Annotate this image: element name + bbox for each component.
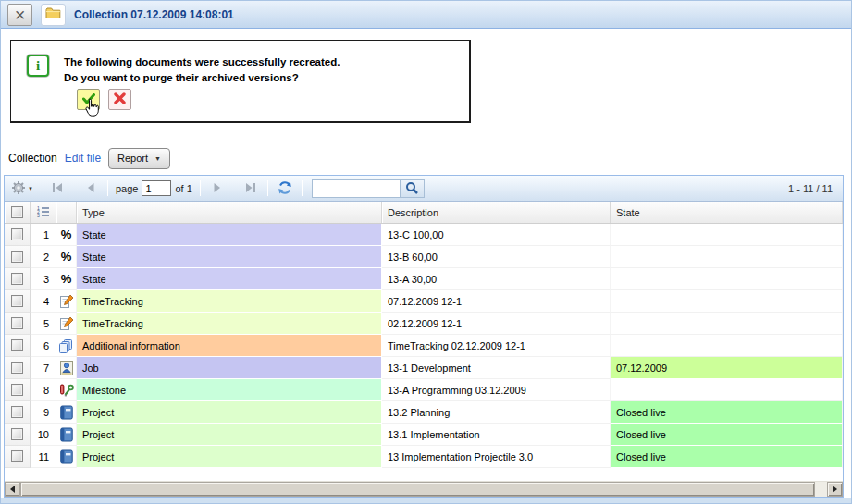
- cell-type[interactable]: State: [77, 224, 382, 246]
- cell-type[interactable]: Project: [77, 401, 382, 424]
- cell-state[interactable]: 07.12.2009: [611, 357, 843, 379]
- cell-description[interactable]: 13-A 30,00: [382, 268, 611, 290]
- table-row[interactable]: 2%State13-B 60,00: [5, 246, 843, 268]
- select-all-checkbox[interactable]: [11, 206, 23, 218]
- row-checkbox-cell[interactable]: [5, 335, 31, 357]
- row-numberer-header: 123: [31, 202, 56, 223]
- edit-file-link[interactable]: Edit file: [65, 152, 101, 165]
- refresh-button[interactable]: [276, 179, 294, 198]
- cell-state[interactable]: Closed live: [611, 401, 843, 424]
- folder-button[interactable]: [41, 4, 66, 26]
- table-row[interactable]: 11Project13 Implementation Projectile 3.…: [5, 446, 843, 468]
- cell-type[interactable]: Milestone: [77, 379, 382, 401]
- row-number: 3: [31, 268, 56, 290]
- last-page-button[interactable]: [241, 179, 260, 198]
- cell-state[interactable]: [611, 224, 843, 246]
- column-header-state[interactable]: State: [611, 202, 843, 223]
- select-all-header[interactable]: [5, 202, 31, 223]
- row-checkbox[interactable]: [11, 317, 23, 329]
- cell-description[interactable]: TimeTracking 02.12.2009 12-1: [382, 335, 611, 357]
- scroll-right-button[interactable]: [827, 482, 843, 497]
- cell-type[interactable]: Project: [77, 424, 382, 446]
- row-checkbox-cell[interactable]: [5, 446, 31, 468]
- column-header-type[interactable]: Type: [77, 202, 382, 223]
- row-checkbox-cell[interactable]: [5, 424, 31, 446]
- row-checkbox-cell[interactable]: [5, 357, 31, 379]
- cell-type[interactable]: State: [77, 246, 382, 268]
- cell-type[interactable]: TimeTracking: [77, 290, 382, 313]
- row-checkbox-cell[interactable]: [5, 401, 31, 424]
- cell-description[interactable]: 13-B 60,00: [382, 246, 611, 268]
- row-checkbox[interactable]: [11, 406, 23, 418]
- scroll-left-icon: [10, 486, 15, 493]
- row-checkbox[interactable]: [11, 273, 23, 285]
- scrollbar-thumb[interactable]: [20, 482, 815, 497]
- cell-state[interactable]: [611, 335, 843, 357]
- cell-description[interactable]: 13-C 100,00: [382, 224, 611, 246]
- first-page-button[interactable]: [48, 179, 67, 198]
- cell-state[interactable]: [611, 268, 843, 290]
- cell-state[interactable]: [611, 246, 843, 268]
- cell-description[interactable]: 13 Implementation Projectile 3.0: [382, 446, 611, 468]
- row-checkbox-cell[interactable]: [5, 224, 31, 246]
- search-input[interactable]: [313, 180, 400, 197]
- row-checkbox-cell[interactable]: [5, 379, 31, 401]
- row-checkbox-cell[interactable]: [5, 268, 31, 290]
- cell-type[interactable]: Job: [77, 357, 382, 379]
- window-title: Collection 07.12.2009 14:08:01: [74, 8, 234, 21]
- row-checkbox[interactable]: [11, 295, 23, 307]
- settings-gear-button[interactable]: ▼: [11, 179, 33, 198]
- table-row[interactable]: 9Project13.2 PlanningClosed live: [5, 401, 843, 424]
- cell-state[interactable]: [611, 379, 843, 401]
- toolbar-separator: [267, 180, 268, 196]
- row-checkbox[interactable]: [11, 362, 23, 374]
- cell-type[interactable]: State: [77, 268, 382, 290]
- folder-icon: [45, 6, 61, 23]
- cell-state[interactable]: Closed live: [611, 424, 843, 446]
- next-page-button[interactable]: [208, 179, 227, 198]
- table-row[interactable]: 1%State13-C 100,00: [5, 224, 843, 246]
- cell-type[interactable]: TimeTracking: [77, 313, 382, 335]
- scroll-left-button[interactable]: [5, 482, 20, 497]
- yes-button[interactable]: [77, 89, 100, 110]
- row-checkbox-cell[interactable]: [5, 246, 31, 268]
- cell-type[interactable]: Additional information: [77, 335, 382, 357]
- cell-description[interactable]: 13.2 Planning: [382, 401, 611, 424]
- hand-cursor: [84, 98, 101, 123]
- table-row[interactable]: 7Job13-1 Development07.12.2009: [5, 357, 843, 379]
- cell-description[interactable]: 13.1 Implementation: [382, 424, 611, 446]
- row-checkbox-cell[interactable]: [5, 313, 31, 335]
- search-button[interactable]: [400, 180, 424, 197]
- close-button[interactable]: ×: [7, 4, 32, 26]
- cell-state[interactable]: [611, 313, 843, 335]
- cell-state[interactable]: Closed live: [611, 446, 843, 468]
- table-row[interactable]: 4TimeTracking07.12.2009 12-1: [5, 290, 843, 313]
- cell-state[interactable]: [611, 290, 843, 313]
- table-row[interactable]: 3%State13-A 30,00: [5, 268, 843, 290]
- cell-description[interactable]: 13-1 Development: [382, 357, 611, 379]
- cell-description[interactable]: 07.12.2009 12-1: [382, 290, 611, 313]
- cell-description[interactable]: 02.12.2009 12-1: [382, 313, 611, 335]
- row-checkbox[interactable]: [11, 339, 23, 351]
- row-checkbox-cell[interactable]: [5, 290, 31, 313]
- row-checkbox[interactable]: [11, 251, 23, 263]
- row-checkbox[interactable]: [11, 228, 23, 240]
- no-button[interactable]: [108, 89, 131, 110]
- table-row[interactable]: 8Milestone13-A Programming 03.12.2009: [5, 379, 843, 401]
- table-row[interactable]: 5TimeTracking02.12.2009 12-1: [5, 313, 843, 335]
- horizontal-scrollbar[interactable]: [5, 481, 843, 497]
- prev-page-button[interactable]: [81, 179, 100, 198]
- page-input[interactable]: [142, 180, 171, 196]
- row-checkbox[interactable]: [11, 428, 23, 440]
- report-dropdown-button[interactable]: Report ▼: [108, 148, 170, 169]
- grid-toolbar: ▼ page of 1: [5, 176, 843, 202]
- row-checkbox[interactable]: [11, 450, 23, 462]
- column-header-description[interactable]: Description: [382, 202, 611, 223]
- cell-type[interactable]: Project: [77, 446, 382, 468]
- next-page-icon: [211, 181, 224, 196]
- row-checkbox[interactable]: [11, 384, 23, 396]
- table-row[interactable]: 6Additional informationTimeTracking 02.1…: [5, 335, 843, 357]
- cell-description[interactable]: 13-A Programming 03.12.2009: [382, 379, 611, 401]
- bottom-border-strip: [1, 498, 851, 504]
- table-row[interactable]: 10Project13.1 ImplementationClosed live: [5, 424, 843, 446]
